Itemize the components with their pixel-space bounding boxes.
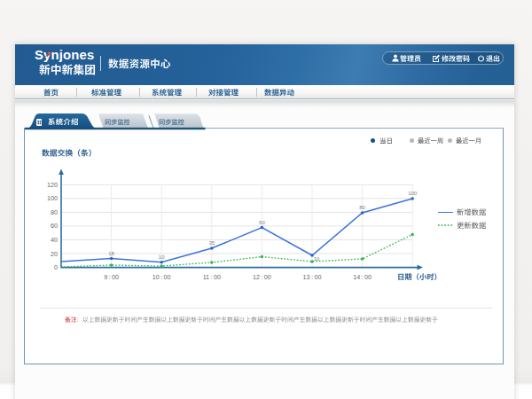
svg-text:10: 10	[159, 254, 165, 260]
svg-text:18: 18	[108, 251, 114, 256]
svg-text:10: 10	[314, 256, 320, 262]
svg-text:80: 80	[359, 205, 365, 210]
svg-text:35: 35	[208, 240, 215, 246]
svg-text:100: 100	[408, 191, 418, 196]
svg-text:60: 60	[259, 220, 265, 225]
